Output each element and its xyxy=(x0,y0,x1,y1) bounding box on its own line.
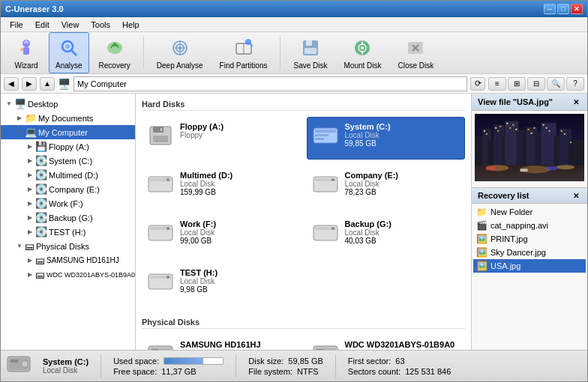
svg-rect-87 xyxy=(549,130,550,132)
menu-file[interactable]: File xyxy=(4,19,29,31)
recovery-item-usa-jpg[interactable]: 🖼️ USA.jpg xyxy=(473,259,586,273)
tree-toggle-work[interactable]: ▶ xyxy=(25,198,35,209)
menu-edit[interactable]: Edit xyxy=(29,19,56,31)
view-tiles-button[interactable]: ⊞ xyxy=(508,77,526,91)
test-h-icon xyxy=(147,268,174,300)
analyse-button[interactable]: Analyse xyxy=(49,32,89,73)
physical-disks-icon: 🖴 xyxy=(25,240,34,252)
analyse-icon xyxy=(57,36,81,60)
recovery-list-header: Recovery list ✕ xyxy=(472,187,587,204)
company-e-icon xyxy=(312,171,339,203)
tree-toggle-system-c[interactable]: ▶ xyxy=(25,156,35,166)
recovery-list-close[interactable]: ✕ xyxy=(571,190,581,201)
menu-tools[interactable]: Tools xyxy=(85,19,116,31)
close-disk-button[interactable]: Close Disk xyxy=(392,32,441,73)
filesystem-label: File system: xyxy=(248,367,292,376)
tree-item-my-documents[interactable]: ▶ 📁 My Documents xyxy=(1,111,135,125)
svg-point-23 xyxy=(361,46,364,49)
tree-item-physical-disks[interactable]: ▼ 🖴 Physical Disks xyxy=(1,239,135,253)
disk-item-multimed-d[interactable]: Multimed (D:) Local Disk 159,99 GB xyxy=(142,166,301,208)
recovery-item-label: New Folder xyxy=(490,207,532,216)
menu-view[interactable]: View xyxy=(56,19,86,31)
svg-rect-2 xyxy=(23,47,29,55)
tree-toggle-physical[interactable]: ▼ xyxy=(14,241,25,252)
view-icons-button[interactable]: ⊟ xyxy=(527,77,545,91)
tree-toggle-desktop[interactable]: ▼ xyxy=(4,99,14,109)
tree-item-test-h[interactable]: ▶ 💽 TEST (H:) xyxy=(1,225,135,239)
tree-toggle-computer[interactable]: ▼ xyxy=(14,127,25,138)
view-file-close[interactable]: ✕ xyxy=(571,97,581,107)
tree-item-my-computer[interactable]: ▼ 💻 My Computer xyxy=(1,125,135,139)
view-file-header: View file "USA.jpg" ✕ xyxy=(472,94,587,111)
recovery-icon xyxy=(103,36,127,60)
disk-item-samsung-phys[interactable]: SAMSUNG HD161HJ Physical Disk 149,04 GB xyxy=(142,335,301,350)
deep-analyse-button[interactable]: Deep Analyse xyxy=(150,32,210,73)
recovery-item-cat-napping[interactable]: 🎬 cat_napping.avi xyxy=(473,219,586,232)
tree-toggle-floppy[interactable]: ▶ xyxy=(25,142,35,152)
help-button[interactable]: ? xyxy=(566,77,584,91)
search-button[interactable]: 🔍 xyxy=(547,77,565,91)
computer-tree-icon: 💻 xyxy=(25,127,37,138)
first-sector-value: 63 xyxy=(395,357,404,366)
recovery-item-print-jpg[interactable]: 🖼️ PRINT.jpg xyxy=(473,232,586,246)
menu-help[interactable]: Help xyxy=(116,19,146,31)
minimize-button[interactable]: ─ xyxy=(544,4,556,14)
recovery-item-sky-dancer[interactable]: 🖼️ Sky Dancer.jpg xyxy=(473,246,586,259)
save-disk-button[interactable]: Save Disk xyxy=(286,32,334,73)
tree-panel: ▼ 🖥️ Desktop ▶ 📁 My Documents ▼ 💻 My Com… xyxy=(1,94,136,350)
tree-toggle-wdc[interactable]: ▶ xyxy=(25,270,35,280)
disk-item-wdc-phys[interactable]: WDC WD3201ABYS-01B9A0 Physical Disk 298,… xyxy=(307,335,466,350)
disk-item-test-h[interactable]: TEST (H:) Local Disk 9,98 GB xyxy=(142,263,301,306)
tree-item-system-c[interactable]: ▶ 💽 System (C:) xyxy=(1,154,135,168)
status-disk-size-row: Disk size: 59,85 GB xyxy=(248,357,323,366)
window-close-button[interactable]: ✕ xyxy=(571,4,583,14)
mount-disk-button[interactable]: Mount Disk xyxy=(337,32,388,73)
tree-toggle-company[interactable]: ▶ xyxy=(25,184,35,195)
tree-toggle-samsung[interactable]: ▶ xyxy=(25,255,35,266)
disk-item-backup-g[interactable]: Backup (G:) Local Disk 40,03 GB xyxy=(307,214,466,257)
physical-disks-title: Physical Disks xyxy=(142,318,465,329)
tree-toggle-multimed[interactable]: ▶ xyxy=(25,170,35,181)
free-space-label: Free space: xyxy=(113,367,157,376)
recovery-item-new-folder[interactable]: 📁 New Folder xyxy=(473,205,586,219)
svg-point-46 xyxy=(332,227,334,230)
maximize-button[interactable]: □ xyxy=(557,4,569,14)
free-space-value: 11,37 GB xyxy=(161,367,196,376)
tree-toggle-test[interactable]: ▶ xyxy=(25,227,35,237)
disk-item-company-e[interactable]: Company (E:) Local Disk 78,23 GB xyxy=(307,166,466,208)
tree-toggle-docs[interactable]: ▶ xyxy=(14,113,25,124)
find-partitions-icon xyxy=(232,36,256,60)
tree-item-samsung[interactable]: ▶ 🖴 SAMSUNG HD161HJ xyxy=(1,253,135,267)
close-disk-label: Close Disk xyxy=(398,61,434,70)
floppy-a-info: Floppy (A:) Floppy xyxy=(180,122,224,139)
refresh-button[interactable]: ⟳ xyxy=(470,77,485,91)
wizard-button[interactable]: Wizard xyxy=(7,32,46,73)
recovery-item-label: PRINT.jpg xyxy=(490,234,528,243)
disk-item-floppy-a[interactable]: Floppy (A:) Floppy xyxy=(142,117,301,160)
find-partitions-button[interactable]: Find Partitions xyxy=(213,32,274,73)
svg-point-94 xyxy=(556,165,574,169)
tree-item-floppy[interactable]: ▶ 💾 Floppy (A:) xyxy=(1,139,135,154)
svg-rect-30 xyxy=(153,136,168,142)
back-button[interactable]: ◀ xyxy=(4,77,19,91)
address-input[interactable] xyxy=(74,76,467,91)
tree-item-desktop[interactable]: ▼ 🖥️ Desktop xyxy=(1,97,135,111)
tree-item-backup-g[interactable]: ▶ 💽 Backup (G:) xyxy=(1,210,135,225)
view-details-button[interactable]: ≡ xyxy=(488,77,506,91)
disk-item-work-f[interactable]: Work (F:) Local Disk 99,00 GB xyxy=(142,214,301,257)
svg-rect-95 xyxy=(486,166,495,170)
svg-rect-29 xyxy=(160,128,162,131)
up-button[interactable]: ▲ xyxy=(40,77,55,91)
tree-item-company-e[interactable]: ▶ 💽 Company (E:) xyxy=(1,182,135,196)
wizard-label: Wizard xyxy=(14,61,38,70)
tree-item-wdc[interactable]: ▶ 🖴 WDC WD3201ABYS-01B9A0 xyxy=(1,267,135,282)
print-jpg-icon: 🖼️ xyxy=(476,234,488,244)
recovery-button[interactable]: Recovery xyxy=(92,32,137,73)
disk-item-system-c[interactable]: System (C:) Local Disk 59,85 GB xyxy=(307,117,466,160)
status-info: System (C:) Local Disk xyxy=(43,357,88,375)
svg-rect-85 xyxy=(543,124,544,126)
tree-toggle-backup[interactable]: ▶ xyxy=(25,213,35,223)
tree-item-work-f[interactable]: ▶ 💽 Work (F:) xyxy=(1,196,135,210)
tree-item-multimed-d[interactable]: ▶ 💽 Multimed (D:) xyxy=(1,168,135,182)
forward-button[interactable]: ▶ xyxy=(22,77,37,91)
